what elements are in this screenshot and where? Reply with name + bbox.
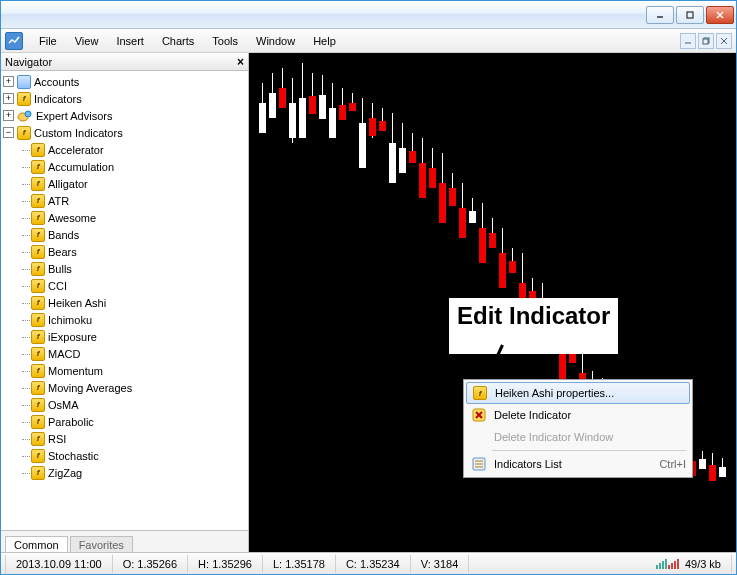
fx-icon: f <box>31 160 45 174</box>
expand-icon[interactable]: + <box>3 76 14 87</box>
fx-icon: f <box>31 449 45 463</box>
navigator-tree[interactable]: + Accounts + f Indicators + Expert Advis… <box>1 71 248 530</box>
navigator-title: Navigator <box>5 56 52 68</box>
collapse-icon[interactable]: − <box>3 127 14 138</box>
fx-icon: f <box>31 279 45 293</box>
minimize-button[interactable] <box>646 6 674 24</box>
tree-label: Bears <box>48 246 77 258</box>
ctx-separator <box>492 450 686 451</box>
menu-insert[interactable]: Insert <box>108 32 152 50</box>
tree-label: Heiken Ashi <box>48 297 106 309</box>
fx-icon: f <box>31 143 45 157</box>
ctx-delete-indicator[interactable]: Delete Indicator <box>466 404 690 426</box>
fx-icon: f <box>31 466 45 480</box>
fx-icon: f <box>31 398 45 412</box>
tree-label: OsMA <box>48 399 79 411</box>
navigator-tabs: Common Favorites <box>1 530 248 552</box>
tab-favorites[interactable]: Favorites <box>70 536 133 552</box>
tree-label: Accelerator <box>48 144 104 156</box>
tree-label: Custom Indicators <box>34 127 123 139</box>
tree-custom-item[interactable]: fBears <box>3 243 246 260</box>
status-close: C: 1.35234 <box>336 555 411 573</box>
tree-custom-item[interactable]: fRSI <box>3 430 246 447</box>
tree-custom-item[interactable]: fMACD <box>3 345 246 362</box>
tree-custom-item[interactable]: fMomentum <box>3 362 246 379</box>
main-area: Navigator × + Accounts + f Indicators + … <box>1 53 736 552</box>
menu-file[interactable]: File <box>31 32 65 50</box>
tree-custom-item[interactable]: fOsMA <box>3 396 246 413</box>
navigator-header: Navigator × <box>1 53 248 71</box>
status-open: O: 1.35266 <box>113 555 188 573</box>
accounts-icon <box>17 75 31 89</box>
status-volume: V: 3184 <box>411 555 470 573</box>
tree-label: ZigZag <box>48 467 82 479</box>
mdi-close-button[interactable] <box>716 33 732 49</box>
tree-label: iExposure <box>48 331 97 343</box>
status-conn-text: 49/3 kb <box>685 558 721 570</box>
tree-custom-item[interactable]: fZigZag <box>3 464 246 481</box>
svg-rect-1 <box>687 12 693 18</box>
tree-accounts[interactable]: + Accounts <box>3 73 246 90</box>
expand-icon[interactable]: + <box>3 110 14 121</box>
mdi-restore-button[interactable] <box>698 33 714 49</box>
tree-custom-item[interactable]: fMoving Averages <box>3 379 246 396</box>
tree-custom-item[interactable]: fAccumulation <box>3 158 246 175</box>
ctx-label: Indicators List <box>494 458 562 470</box>
tree-custom-item[interactable]: fAwesome <box>3 209 246 226</box>
tree-custom-item[interactable]: fStochastic <box>3 447 246 464</box>
fx-icon: f <box>31 347 45 361</box>
context-menu: f Heiken Ashi properties... Delete Indic… <box>463 379 693 478</box>
tree-custom-item[interactable]: fParabolic <box>3 413 246 430</box>
tree-label: CCI <box>48 280 67 292</box>
status-datetime: 2013.10.09 11:00 <box>5 555 113 573</box>
app-icon <box>5 32 23 50</box>
navigator-close-icon[interactable]: × <box>237 55 244 69</box>
status-high: H: 1.35296 <box>188 555 263 573</box>
maximize-button[interactable] <box>676 6 704 24</box>
ctx-label: Delete Indicator <box>494 409 571 421</box>
tree-label: Indicators <box>34 93 82 105</box>
fx-icon: f <box>31 262 45 276</box>
tab-common[interactable]: Common <box>5 536 68 552</box>
tree-custom-item[interactable]: fATR <box>3 192 246 209</box>
tree-custom-item[interactable]: fiExposure <box>3 328 246 345</box>
tree-indicators[interactable]: + f Indicators <box>3 90 246 107</box>
fx-icon: f <box>31 364 45 378</box>
expand-icon[interactable]: + <box>3 93 14 104</box>
tree-label: Bands <box>48 229 79 241</box>
menu-window[interactable]: Window <box>248 32 303 50</box>
mdi-minimize-button[interactable] <box>680 33 696 49</box>
menu-view[interactable]: View <box>67 32 107 50</box>
tree-label: Alligator <box>48 178 88 190</box>
tree-expert-advisors[interactable]: + Expert Advisors <box>3 107 246 124</box>
tree-label: Stochastic <box>48 450 99 462</box>
tree-label: Momentum <box>48 365 103 377</box>
tree-custom-item[interactable]: fAccelerator <box>3 141 246 158</box>
tree-label: RSI <box>48 433 66 445</box>
tree-label: Moving Averages <box>48 382 132 394</box>
fx-icon: f <box>31 313 45 327</box>
tree-custom-indicators[interactable]: − f Custom Indicators <box>3 124 246 141</box>
tree-custom-item[interactable]: fAlligator <box>3 175 246 192</box>
tree-label: Accumulation <box>48 161 114 173</box>
tree-custom-item[interactable]: fHeiken Ashi <box>3 294 246 311</box>
delete-icon <box>470 406 488 424</box>
menu-tools[interactable]: Tools <box>204 32 246 50</box>
fx-icon: f <box>31 194 45 208</box>
tree-label: Bulls <box>48 263 72 275</box>
ctx-indicators-list[interactable]: Indicators List Ctrl+I <box>466 453 690 475</box>
tree-custom-item[interactable]: fBulls <box>3 260 246 277</box>
tree-custom-item[interactable]: fBands <box>3 226 246 243</box>
close-button[interactable] <box>706 6 734 24</box>
fx-icon: f <box>31 432 45 446</box>
menu-help[interactable]: Help <box>305 32 344 50</box>
tree-custom-item[interactable]: fCCI <box>3 277 246 294</box>
tree-custom-item[interactable]: fIchimoku <box>3 311 246 328</box>
navigator-panel: Navigator × + Accounts + f Indicators + … <box>1 53 249 552</box>
menu-charts[interactable]: Charts <box>154 32 202 50</box>
ctx-label: Delete Indicator Window <box>494 431 613 443</box>
titlebar <box>1 1 736 29</box>
ctx-properties[interactable]: f Heiken Ashi properties... <box>466 382 690 404</box>
tree-label: ATR <box>48 195 69 207</box>
list-icon <box>470 455 488 473</box>
